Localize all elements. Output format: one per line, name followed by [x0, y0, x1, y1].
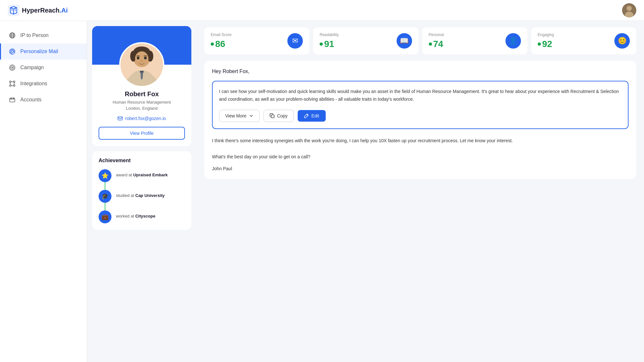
- svg-point-14: [10, 81, 11, 83]
- readability-value: 91: [320, 39, 339, 49]
- at-icon: [9, 48, 16, 55]
- engaging-value: 92: [538, 39, 554, 49]
- svg-rect-34: [118, 117, 122, 120]
- profile-title: Human Resource Management: [99, 100, 185, 105]
- profile-card: Robert Fox Human Resource Management Lon…: [92, 26, 191, 146]
- svg-point-2: [627, 6, 632, 11]
- copy-icon: [270, 113, 274, 118]
- score-cards: Email Score 86 ✉ Readability 91: [204, 27, 636, 54]
- achievement-card: Achievement ⭐ award at Upraised Embark 🎓…: [92, 151, 191, 230]
- logo-text: HyperReach.Ai: [22, 7, 68, 14]
- email-greeting: Hey Robert Fox,: [212, 69, 629, 74]
- email-body-text: I think there's some interesting synergi…: [212, 137, 629, 161]
- globe-icon: [9, 32, 16, 39]
- achievement-title: Achievement: [99, 158, 185, 163]
- svg-point-33: [144, 57, 147, 59]
- email-score-icon: ✉: [287, 33, 303, 49]
- sidebar-item-label: Integrations: [20, 81, 47, 87]
- integrations-icon: [9, 80, 16, 87]
- achievement-work-text: worked at Cityscope: [116, 210, 155, 218]
- sidebar-item-accounts[interactable]: Accounts: [0, 92, 87, 108]
- readability-label: Readability: [320, 32, 339, 37]
- content-area: Robert Fox Human Resource Management Lon…: [87, 21, 644, 362]
- email-actions: View More Copy: [219, 110, 621, 122]
- achievement-education-icon: 🎓: [99, 190, 111, 203]
- logo: HyperReach.Ai: [8, 5, 68, 16]
- svg-point-32: [137, 57, 139, 59]
- email-signature: John Paul: [212, 166, 629, 171]
- sidebar-item-label: IP to Person: [20, 32, 49, 38]
- app-header: HyperReach.Ai: [0, 0, 644, 21]
- view-profile-button[interactable]: View Profile: [99, 127, 185, 140]
- sidebar-item-integrations[interactable]: Integrations: [0, 76, 87, 92]
- person-illustration: [120, 42, 163, 87]
- copy-button[interactable]: Copy: [264, 110, 294, 122]
- personal-icon: 👤: [505, 33, 521, 49]
- achievement-award-text: award at Upraised Embark: [116, 169, 168, 177]
- email-main-block: I can see how your self-motivation and q…: [212, 81, 629, 129]
- profile-location: London, England: [99, 106, 185, 111]
- sidebar-item-ip-to-person[interactable]: IP to Person: [0, 27, 87, 43]
- svg-rect-22: [10, 98, 15, 102]
- email-content-area: Hey Robert Fox, I can see how your self-…: [204, 61, 636, 179]
- profile-avatar-wrapper: [119, 42, 164, 87]
- sidebar-item-label: Personalize Mail: [20, 49, 58, 54]
- user-avatar[interactable]: [622, 3, 636, 17]
- email-score-value: 86: [211, 39, 232, 49]
- sidebar-item-campaign[interactable]: Campaign: [0, 60, 87, 76]
- profile-card-header: [92, 26, 191, 65]
- profile-email: robert.fox@gozen.io: [99, 116, 185, 121]
- svg-point-13: [12, 67, 13, 68]
- profile-avatar: [119, 42, 164, 87]
- sidebar-item-label: Campaign: [20, 65, 44, 70]
- score-card-readability: Readability 91 📖: [313, 27, 418, 54]
- achievement-item-work: 💼 worked at Cityscope: [99, 210, 185, 223]
- email-icon: [118, 116, 123, 121]
- edit-icon: [304, 113, 309, 118]
- svg-rect-23: [11, 97, 12, 99]
- achievement-education-text: studied at Cap University: [116, 190, 165, 198]
- engaging-label: Engaging: [538, 32, 554, 37]
- achievement-line: [105, 203, 105, 210]
- chevron-down-icon: [249, 114, 254, 118]
- achievement-line: [105, 182, 105, 190]
- svg-point-15: [14, 81, 15, 83]
- achievement-item-award: ⭐ award at Upraised Embark: [99, 169, 185, 190]
- svg-rect-31: [140, 71, 143, 73]
- readability-icon: 📖: [397, 33, 412, 49]
- achievement-award-icon: ⭐: [99, 169, 111, 182]
- sidebar-item-personalize-mail[interactable]: Personalize Mail: [0, 43, 87, 60]
- personal-label: Personal: [429, 32, 444, 37]
- sidebar-item-label: Accounts: [20, 97, 42, 103]
- svg-rect-35: [271, 115, 274, 118]
- email-panel: Email Score 86 ✉ Readability 91: [197, 21, 644, 362]
- campaign-icon: [9, 64, 16, 71]
- svg-point-16: [10, 85, 11, 87]
- accounts-icon: [9, 96, 16, 103]
- personal-value: 74: [429, 39, 444, 49]
- edit-button[interactable]: Edit: [298, 110, 326, 122]
- profile-name: Robert Fox: [99, 90, 185, 98]
- engaging-icon: 😊: [614, 33, 630, 49]
- svg-point-17: [14, 85, 15, 87]
- score-card-email: Email Score 86 ✉: [204, 27, 309, 54]
- profile-panel: Robert Fox Human Resource Management Lon…: [87, 21, 197, 362]
- score-card-engaging: Engaging 92 😊: [531, 27, 636, 54]
- svg-point-10: [11, 51, 13, 52]
- achievement-work-icon: 💼: [99, 210, 111, 223]
- sidebar: IP to Person Personalize Mail Campaign: [0, 21, 87, 362]
- view-more-button[interactable]: View More: [219, 110, 260, 122]
- svg-rect-24: [13, 97, 14, 99]
- main-layout: IP to Person Personalize Mail Campaign: [0, 21, 644, 362]
- score-card-personal: Personal 74 👤: [422, 27, 527, 54]
- achievement-item-education: 🎓 studied at Cap University: [99, 190, 185, 210]
- logo-icon: [8, 5, 19, 16]
- email-score-label: Email Score: [211, 32, 232, 37]
- email-main-text: I can see how your self-motivation and q…: [219, 88, 621, 103]
